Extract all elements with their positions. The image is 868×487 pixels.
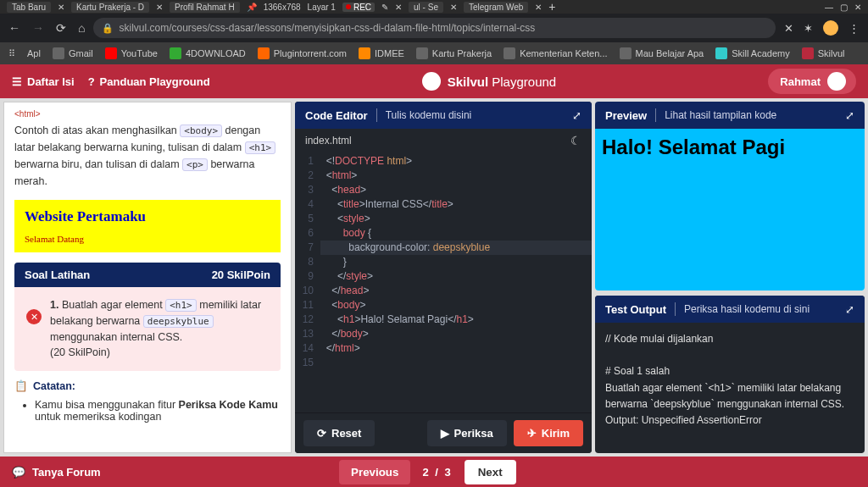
maximize-icon[interactable]: ▢ [840,3,848,12]
app-header: ☰Daftar Isi ?Panduan Playground Skilvul … [0,64,868,98]
theme-toggle-icon[interactable]: ☾ [570,134,581,147]
help-icon: ? [88,75,95,88]
workspace: <html> Contoh di atas akan menghasilkan … [0,98,868,457]
bookmark[interactable]: 4DOWNLOAD [170,47,246,59]
lock-icon: 🔒 [102,23,114,34]
chat-icon: 💬 [12,466,25,479]
preview-panel: Preview Lihat hasil tampilan kode ⤢ Halo… [595,102,865,291]
reset-button[interactable]: ⟳Reset [303,420,375,446]
new-tab-button[interactable]: + [548,0,555,14]
close-icon[interactable]: ✕ [156,3,163,12]
close-icon[interactable]: ✕ [395,3,402,12]
notes-section: 📋Catatan: Kamu bisa menggunakan fitur Pe… [14,371,281,431]
panduan-button[interactable]: ?Panduan Playground [88,75,210,88]
url-text: skilvul.com/courses/css-dasar/lessons/me… [119,22,535,34]
close-icon[interactable]: ✕ [58,3,64,12]
bookmark[interactable]: IDMEE [359,47,404,59]
bookmark[interactable]: Skilvul [802,47,845,59]
browser-toolbar: ← → ⟳ ⌂ 🔒 skilvul.com/courses/css-dasar/… [0,14,868,42]
editor-panel: Code Editor Tulis kodemu disini ⤢ index.… [295,102,592,453]
preview-h1: Halo! Selamat Pagi [602,136,858,159]
test-output-panel: Test Output Periksa hasil kodemu di sini… [595,296,865,453]
next-button[interactable]: Next [465,460,516,484]
record-badge[interactable]: REC [342,3,375,12]
extension-icon[interactable]: ✕ [784,22,793,35]
send-icon: ✈ [527,427,537,440]
lesson-text: Contoh di atas akan menghasilkan <body> … [14,122,281,190]
user-avatar-icon [827,72,846,91]
expand-icon[interactable]: ⤢ [845,109,854,122]
menu-icon: ☰ [12,75,22,88]
extension-icon[interactable]: ✶ [804,22,813,35]
browser-tab[interactable]: Profil Rahmat H [170,2,240,13]
forward-icon[interactable]: → [32,21,44,35]
close-icon[interactable]: ✕ [450,3,457,12]
home-icon[interactable]: ⌂ [78,21,85,35]
file-tab[interactable]: index.html ☾ [295,129,592,152]
bookmark[interactable]: Apl [27,48,41,58]
lesson-panel: <html> Contoh di atas akan menghasilkan … [3,102,292,453]
user-badge[interactable]: Rahmat [768,69,856,94]
bottom-bar: 💬Tanya Forum Previous 2 / 3 Next [0,457,868,487]
pager: 2 / 3 [422,466,452,479]
example-preview: Website Pertamaku Selamat Datang [14,200,281,252]
skilvul-logo-icon [422,72,441,91]
bookmark[interactable]: Skill Academy [715,47,789,59]
browser-tab[interactable]: Tab Baru [7,2,51,13]
bookmark[interactable]: YouTube [105,47,158,59]
expand-icon[interactable]: ⤢ [845,303,854,316]
daftar-isi-button[interactable]: ☰Daftar Isi [12,75,75,88]
exercise-body: ✕ 1. Buatlah agar element <h1> memiliki … [14,287,281,371]
close-window-icon[interactable]: ✕ [854,3,861,12]
address-bar[interactable]: 🔒 skilvul.com/courses/css-dasar/lessons/… [93,18,776,38]
code-content[interactable]: <!DOCTYPE html> <html> <head> <title>Int… [320,152,592,412]
bookmark[interactable]: Plugintorrent.com [258,47,347,59]
close-icon[interactable]: ✕ [535,3,542,12]
right-panel: Preview Lihat hasil tampilan kode ⤢ Halo… [595,102,865,453]
browser-tab[interactable]: Kartu Prakerja - D [71,2,149,13]
expand-icon[interactable]: ⤢ [572,109,581,122]
error-icon: ✕ [26,309,42,324]
preview-body: Halo! Selamat Pagi [595,129,865,291]
bookmarks-bar: ⠿ Apl Gmail YouTube 4DOWNLOAD Plugintorr… [0,42,868,64]
bookmark[interactable]: Kementerian Keten... [504,47,607,59]
play-icon: ▶ [441,427,449,440]
apps-icon[interactable]: ⠿ [8,48,15,59]
breadcrumb: <html> [14,109,281,119]
kirim-button[interactable]: ✈Kirim [514,420,583,446]
edit-icon[interactable]: ✎ [381,3,388,12]
os-titlebar: Tab Baru ✕ Kartu Prakerja - D ✕ Profil R… [0,0,868,14]
browser-tab[interactable]: ul - Se [409,2,443,13]
editor-footer: ⟳Reset ▶Periksa ✈Kirim [295,412,592,453]
minimize-icon[interactable]: — [825,3,833,12]
menu-icon[interactable]: ⋮ [849,22,860,35]
forum-button[interactable]: 💬Tanya Forum [12,466,101,479]
editor-header: Code Editor Tulis kodemu disini ⤢ [295,102,592,129]
periksa-button[interactable]: ▶Periksa [427,420,507,446]
back-icon[interactable]: ← [8,21,20,35]
exercise-header: Soal Latihan 20 SkilPoin [14,263,281,287]
output-body: // Kode mulai dijalankan # Soal 1 salah … [595,323,865,453]
refresh-icon: ⟳ [317,427,326,440]
code-editor[interactable]: 123456789101112131415 <!DOCTYPE html> <h… [295,152,592,412]
resolution-label: 1366x768 [264,3,301,12]
pin-icon: 📌 [247,3,257,12]
layer-label: Layar 1 [308,3,336,12]
brand: Skilvul Playground [422,72,556,91]
note-icon: 📋 [14,379,28,392]
bookmark[interactable]: Mau Belajar Apa [620,47,704,59]
bookmark[interactable]: Kartu Prakerja [416,47,492,59]
reload-icon[interactable]: ⟳ [56,21,66,35]
previous-button[interactable]: Previous [339,460,410,484]
browser-tab[interactable]: Telegram Web [464,2,528,13]
line-gutter: 123456789101112131415 [295,152,320,412]
profile-avatar[interactable] [823,20,838,36]
bookmark[interactable]: Gmail [53,47,93,59]
